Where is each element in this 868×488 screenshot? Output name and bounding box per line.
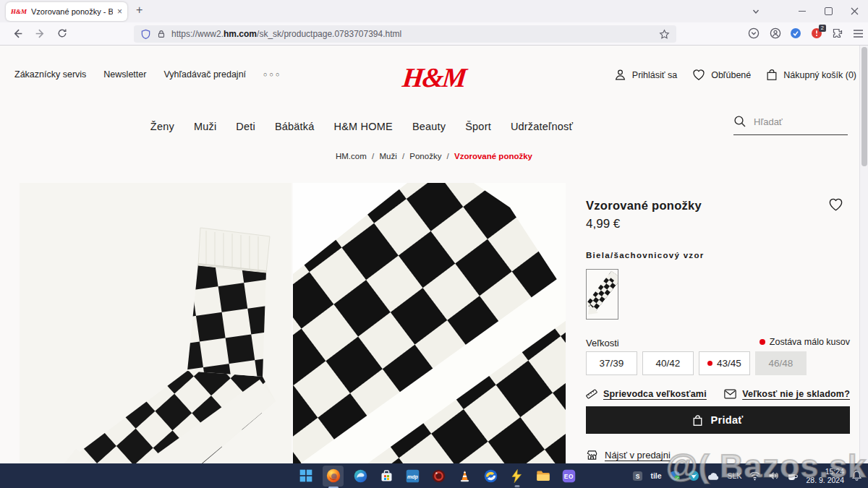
breadcrumb-current: Vzorované ponožky [454, 152, 532, 160]
back-button[interactable] [12, 27, 24, 40]
browser-tabbar: H&M Vzorované ponožky - Biela/károvaná ×… [0, 0, 868, 22]
sign-in-link[interactable]: Prihlásiť sa [613, 68, 677, 82]
size-selector: 37/39 40/42 43/45 46/48 [586, 351, 807, 375]
product-images [20, 183, 566, 463]
taskbar-edge-icon[interactable] [352, 467, 370, 485]
account-icon[interactable] [770, 27, 781, 39]
size-button-46-48[interactable]: 46/48 [755, 351, 807, 375]
taskbar-explorer-icon[interactable] [534, 467, 552, 485]
bazos-watermark: @( Bazos.sk [666, 448, 867, 485]
nav-hm-home[interactable]: H&M HOME [334, 121, 393, 132]
lock-icon[interactable] [156, 29, 166, 39]
new-tab-button[interactable]: + [136, 4, 142, 17]
extension-badge: 2 [819, 25, 826, 32]
size-not-in-stock-link[interactable]: Veľkosť nie je skladom? [724, 388, 850, 400]
browser-tab[interactable]: H&M Vzorované ponožky - Biela/károvaná × [6, 2, 127, 21]
tray-tile-label[interactable]: tile [650, 471, 661, 480]
breadcrumb-ponozky[interactable]: Ponožky [409, 152, 441, 160]
favourites-link[interactable]: Obľúbené [692, 68, 751, 82]
size-guide-link[interactable]: Sprievodca veľkosťami [586, 388, 707, 400]
product-price: 4,99 € [586, 217, 620, 231]
window-close-button[interactable] [843, 0, 865, 22]
search-icon [733, 115, 746, 128]
low-stock-dot [760, 339, 765, 345]
reload-button[interactable] [56, 27, 68, 39]
svg-text:S: S [636, 472, 640, 479]
nav-babatka[interactable]: Bábätká [275, 121, 315, 132]
low-stock-dot [707, 361, 712, 366]
product-color: Biela/šachovnicový vzor [586, 251, 705, 260]
taskbar-lightning-app-icon[interactable] [508, 467, 526, 485]
taskbar-store-icon[interactable] [378, 467, 396, 485]
extensions-puzzle-icon[interactable] [832, 27, 843, 39]
account-actions: Prihlásiť sa Obľúbené Nákupný košík (0) [613, 68, 856, 82]
forward-button[interactable] [34, 27, 46, 40]
product-photo-sock[interactable] [20, 183, 292, 463]
low-stock-warning: Zostáva málo kusov [760, 337, 850, 347]
svg-text:EO: EO [564, 473, 574, 480]
url-bar[interactable]: https://www2.hm.com/sk_sk/productpage.07… [134, 25, 676, 43]
sizes-label: Veľkosti [586, 338, 619, 348]
wishlist-heart-button[interactable] [827, 197, 844, 213]
size-button-40-42[interactable]: 40/42 [642, 351, 694, 375]
taskbar-eo-app-icon[interactable]: EO [560, 467, 578, 485]
nav-zeny[interactable]: Ženy [150, 121, 174, 132]
hm-favicon-icon: H&M [11, 8, 27, 15]
page-content: Zákaznícky servis Newsletter Vyhľadávač … [0, 46, 868, 463]
cart-link[interactable]: Nákupný košík (0) [765, 68, 856, 82]
tracking-shield-icon[interactable] [140, 29, 151, 40]
bookmark-star-icon[interactable] [659, 29, 670, 40]
add-to-bag-button[interactable]: Pridať [586, 406, 850, 434]
size-links: Sprievodca veľkosťami Veľkosť nie je skl… [586, 388, 850, 400]
heart-icon [692, 68, 706, 82]
screen: H&M Vzorované ponožky - Biela/károvaná ×… [0, 0, 868, 488]
tab-close-icon[interactable]: × [117, 7, 122, 17]
taskbar-apps: mdp EO [297, 463, 578, 488]
size-button-43-45[interactable]: 43/45 [699, 351, 750, 375]
red-extension-icon[interactable]: 2 [811, 27, 822, 39]
search-placeholder: Hľadať [754, 116, 783, 127]
product-title: Vzorované ponožky [586, 199, 702, 213]
nav-beauty[interactable]: Beauty [412, 121, 446, 132]
tab-title: Vzorované ponožky - Biela/károvaná [31, 7, 113, 16]
breadcrumb: HM.com / Muži / Ponožky / Vzorované pono… [0, 152, 868, 160]
ruler-icon [586, 388, 597, 400]
envelope-icon [724, 389, 736, 399]
nav-muzi[interactable]: Muži [194, 121, 216, 132]
product-photo-closeup[interactable] [293, 183, 566, 463]
size-button-37-39[interactable]: 37/39 [586, 351, 637, 375]
svg-text:mdp: mdp [407, 474, 419, 479]
start-button[interactable] [297, 467, 315, 485]
nav-sport[interactable]: Šport [465, 121, 491, 132]
pocket-icon[interactable] [748, 27, 760, 39]
url-text[interactable]: https://www2.hm.com/sk_sk/productpage.07… [171, 29, 401, 39]
search-input[interactable]: Hľadať [733, 115, 848, 135]
main-nav: Ženy Muži Deti Bábätká H&M HOME Beauty Š… [0, 121, 723, 132]
menu-hamburger-icon[interactable] [853, 29, 864, 38]
breadcrumb-muzi[interactable]: Muži [379, 152, 396, 160]
store-icon [586, 449, 598, 461]
taskbar-vlc-icon[interactable] [456, 467, 474, 485]
breadcrumb-home[interactable]: HM.com [336, 152, 367, 160]
running-app-indicator [514, 485, 519, 487]
shopping-bag-icon [765, 68, 778, 82]
taskbar-red-app-icon[interactable] [430, 467, 448, 485]
taskbar-swirl-app-icon[interactable] [482, 467, 500, 485]
person-icon [613, 68, 627, 82]
page-scrollbar[interactable] [859, 46, 868, 463]
blue-extension-icon[interactable] [790, 27, 801, 39]
window-maximize-button[interactable] [817, 0, 839, 22]
bag-icon [692, 414, 703, 427]
nav-udrzatelnost[interactable]: Udržateľnosť [511, 121, 573, 132]
tray-s-app-icon[interactable]: S [632, 471, 643, 481]
find-in-store-link[interactable]: Nájsť v predajni [586, 449, 671, 461]
browser-toolbar: https://www2.hm.com/sk_sk/productpage.07… [0, 22, 868, 46]
color-swatch-thumbnail[interactable] [586, 269, 618, 320]
nav-deti[interactable]: Deti [236, 121, 255, 132]
taskbar-mdp-icon[interactable]: mdp [404, 467, 422, 485]
tab-list-chevron-icon[interactable] [745, 0, 767, 22]
taskbar-firefox-icon[interactable] [323, 466, 344, 487]
window-minimize-button[interactable] [791, 0, 813, 22]
